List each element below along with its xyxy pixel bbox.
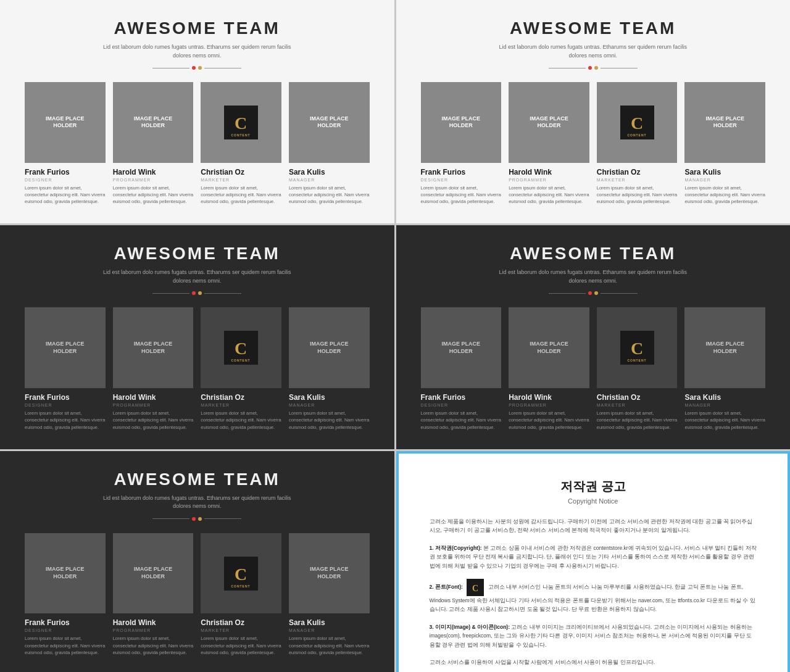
member-desc-2: Lorem ipsum dolor sit amet, consectetur … (113, 185, 194, 205)
divider-dot-red-3 (192, 291, 196, 295)
member-name-4: Sara Kulis (289, 168, 370, 176)
member-desc-3: Lorem ipsum dolor sit amet, consectetur … (201, 185, 281, 205)
team-member-4: IMAGE PLACEHOLDER Sara Kulis MANAGER Lor… (289, 82, 370, 205)
team-member-4-4: IMAGE PLACEHOLDER Sara Kulis MANAGER Lor… (684, 307, 765, 430)
member-role-2-3: MARKETER (597, 178, 678, 182)
logo-icon-1: C CONTENT (224, 106, 258, 139)
slide-1-subtitle: Lid est laborum dolo rumes fugats untras… (98, 43, 296, 60)
member-name-3-3: Christian Oz (201, 393, 281, 402)
member-role-2-1: DESIGNER (421, 178, 502, 182)
svg-text:CONTENT: CONTENT (627, 359, 646, 362)
member-desc-4-2: Lorem ipsum dolor sit amet, consectetur … (509, 410, 589, 431)
divider-right-line-3 (204, 293, 241, 294)
member-desc-5-1: Lorem ipsum dolor sit amet, consectetur … (25, 635, 106, 656)
avatar-5-1: IMAGE PLACEHOLDER (25, 533, 106, 614)
avatar-5-4: IMAGE PLACEHOLDER (289, 533, 370, 614)
team-grid-2: IMAGE PLACEHOLDER Frank Furios DESIGNER … (421, 82, 766, 205)
svg-text:C: C (630, 114, 642, 133)
slide-3: AWESOME TEAM Lid est laborum dolo rumes … (0, 225, 394, 449)
avatar-3-4: IMAGE PLACEHOLDER (289, 307, 370, 388)
member-role-5-4: MANAGER (289, 628, 370, 633)
divider-right-line-2 (601, 68, 638, 68)
avatar-4-4: IMAGE PLACEHOLDER (684, 307, 765, 388)
slide-5-subtitle: Lid est laborum dolo rumes fugats untras… (98, 494, 296, 511)
member-role-4-2: PROGRAMMER (509, 403, 589, 407)
member-name-4-1: Frank Furios (421, 393, 502, 402)
copyright-section-3: 3. 이미지(Image) & 아이콘(Icon): 고려소 내부 이미지는 크… (430, 623, 757, 649)
member-desc-2-2: Lorem ipsum dolor sit amet, consectetur … (509, 185, 589, 205)
logo-icon-3: C CONTENT (224, 331, 258, 365)
avatar-3-1: IMAGE PLACEHOLDER (25, 307, 106, 388)
member-desc-2-4: Lorem ipsum dolor sit amet, consectetur … (684, 185, 765, 205)
svg-text:C: C (472, 584, 478, 593)
slide-4-divider (549, 291, 638, 295)
avatar-5-2: IMAGE PLACEHOLDER (113, 533, 194, 614)
team-grid-4: IMAGE PLACEHOLDER Frank Furios DESIGNER … (421, 307, 766, 430)
slide-1-title: AWESOME TEAM (114, 19, 280, 38)
member-name-5-4: Sara Kulis (289, 618, 370, 627)
divider-right-line-4 (601, 293, 638, 294)
team-member-5-1: IMAGE PLACEHOLDER Frank Furios DESIGNER … (25, 533, 106, 656)
avatar-2: IMAGE PLACEHOLDER (113, 82, 194, 163)
avatar-2-4: IMAGE PLACEHOLDER (684, 82, 765, 163)
team-grid-5: IMAGE PLACEHOLDER Frank Furios DESIGNER … (25, 533, 370, 656)
member-desc-3-3: Lorem ipsum dolor sit amet, consectetur … (201, 410, 281, 431)
divider-dot-red-2 (588, 66, 592, 70)
copyright-subtitle: Copyright Notice (430, 497, 757, 505)
avatar-logo-4: C CONTENT (597, 307, 678, 388)
member-desc-4-4: Lorem ipsum dolor sit amet, consectetur … (684, 410, 765, 431)
divider-dot-gold-2 (594, 66, 598, 70)
avatar-logo-2: C CONTENT (597, 82, 678, 163)
divider-dot-gold (198, 66, 202, 70)
svg-text:C: C (630, 339, 642, 358)
slide-2-divider (549, 66, 638, 70)
member-name-3-1: Frank Furios (25, 393, 106, 402)
member-desc-5-2: Lorem ipsum dolor sit amet, consectetur … (113, 635, 194, 656)
member-desc-1: Lorem ipsum dolor sit amet, consectetur … (25, 185, 106, 205)
slide-2: AWESOME TEAM Lid est laborum dolo rumes … (396, 0, 791, 223)
slide-2-title: AWESOME TEAM (510, 19, 676, 38)
team-grid-1: IMAGE PLACEHOLDER Frank Furios DESIGNER … (25, 82, 370, 205)
member-desc-5-4: Lorem ipsum dolor sit amet, consectetur … (289, 635, 370, 656)
member-role-5-2: PROGRAMMER (113, 628, 194, 633)
logo-icon-5: C CONTENT (224, 557, 258, 591)
copyright-body: 고려소 제품을 이용하시는 사분의 성원에 감사드립니다. 구매하기 이전에 고… (430, 517, 757, 672)
slide-1-divider (152, 66, 241, 70)
member-role-1: DESIGNER (25, 178, 106, 182)
team-member-4-2: IMAGE PLACEHOLDER Harold Wink PROGRAMMER… (509, 307, 589, 430)
member-role-2: PROGRAMMER (113, 178, 194, 182)
member-name-2-3: Christian Oz (597, 168, 678, 176)
copyright-section-1-title: 1. 저작권(Copyright): (430, 545, 482, 551)
avatar-logo-3: C CONTENT (201, 307, 281, 388)
divider-left-line-2 (549, 68, 586, 68)
svg-text:C: C (235, 339, 247, 358)
team-member-4-3: C CONTENT Christian Oz MARKETER Lorem ip… (597, 307, 678, 430)
divider-dot-red-5 (192, 517, 196, 521)
member-desc-2-1: Lorem ipsum dolor sit amet, consectetur … (421, 185, 502, 205)
avatar-logo-1: C CONTENT (201, 82, 281, 163)
member-name-5-2: Harold Wink (113, 618, 194, 627)
member-desc-5-3: Lorem ipsum dolor sit amet, consectetur … (201, 635, 281, 656)
divider-dot-red-4 (588, 291, 592, 295)
member-role-4-1: DESIGNER (421, 403, 502, 407)
slide-5-divider (152, 517, 241, 521)
member-desc-3-4: Lorem ipsum dolor sit amet, consectetur … (289, 410, 370, 431)
copyright-slide: 저작권 공고 Copyright Notice 고려소 제품을 이용하시는 사분… (396, 451, 791, 672)
slide-5: AWESOME TEAM Lid est laborum dolo rumes … (0, 451, 394, 672)
member-role-2-2: PROGRAMMER (509, 178, 589, 182)
member-role-2-4: MANAGER (684, 178, 765, 182)
member-name-4-2: Harold Wink (509, 393, 589, 402)
member-name-3-2: Harold Wink (113, 393, 194, 402)
team-member-2: IMAGE PLACEHOLDER Harold Wink PROGRAMMER… (113, 82, 194, 205)
copyright-title: 저작권 공고 (430, 478, 757, 495)
divider-left-line (152, 68, 189, 68)
team-member-3-4: IMAGE PLACEHOLDER Sara Kulis MANAGER Lor… (289, 307, 370, 430)
member-role-3-3: MARKETER (201, 403, 281, 407)
slide-3-title: AWESOME TEAM (114, 244, 280, 263)
copyright-section-4-text: 고려소 서비스를 이용하여 사업을 시작할 사람에게 서비스에서 사용이 허용될… (430, 659, 655, 665)
avatar-1: IMAGE PLACEHOLDER (25, 82, 106, 163)
svg-text:C: C (235, 114, 247, 133)
member-name-5-3: Christian Oz (201, 618, 281, 627)
member-role-5-3: MARKETER (201, 628, 281, 633)
divider-right-line (204, 68, 241, 68)
